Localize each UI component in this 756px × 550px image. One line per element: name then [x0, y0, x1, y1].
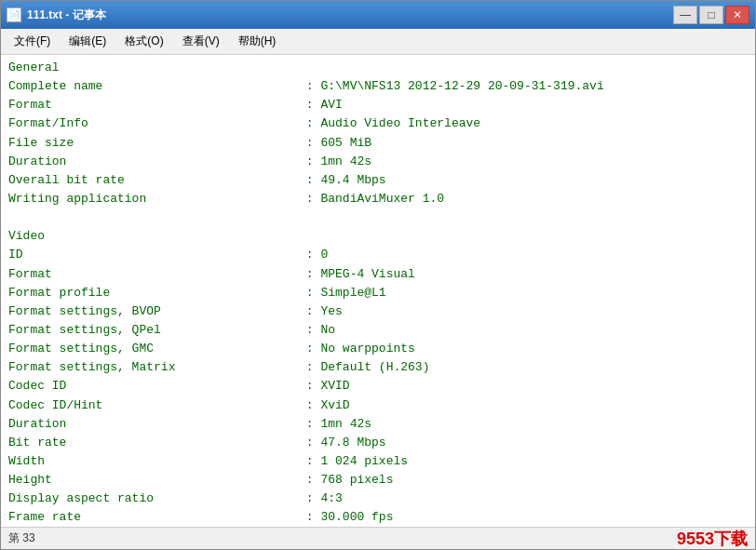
menu-file[interactable]: 文件(F): [5, 30, 60, 53]
watermark: 9553下载: [677, 528, 748, 550]
title-bar-left: 📄 111.txt - 记事本: [7, 7, 106, 23]
text-editor[interactable]: General Complete name : G:\MV\NFS13 2012…: [1, 55, 755, 527]
page-number: 第 33: [8, 530, 35, 546]
menu-format[interactable]: 格式(O): [115, 30, 172, 53]
window-title: 111.txt - 记事本: [27, 7, 106, 23]
menu-bar: 文件(F) 编辑(E) 格式(O) 查看(V) 帮助(H): [1, 29, 755, 55]
content-area: General Complete name : G:\MV\NFS13 2012…: [1, 55, 755, 527]
minimize-button[interactable]: —: [673, 6, 697, 24]
window: 📄 111.txt - 记事本 — □ ✕ 文件(F) 编辑(E) 格式(O) …: [0, 0, 756, 550]
app-icon: 📄: [7, 7, 21, 22]
menu-help[interactable]: 帮助(H): [229, 30, 286, 53]
status-right: 9553下载: [677, 528, 748, 550]
maximize-button[interactable]: □: [699, 6, 723, 24]
menu-edit[interactable]: 编辑(E): [60, 30, 115, 53]
title-bar: 📄 111.txt - 记事本 — □ ✕: [1, 1, 755, 29]
status-bar: 第 33 9553下载: [1, 527, 755, 549]
window-controls: — □ ✕: [673, 6, 749, 24]
menu-view[interactable]: 查看(V): [173, 30, 229, 53]
close-button[interactable]: ✕: [725, 6, 749, 24]
